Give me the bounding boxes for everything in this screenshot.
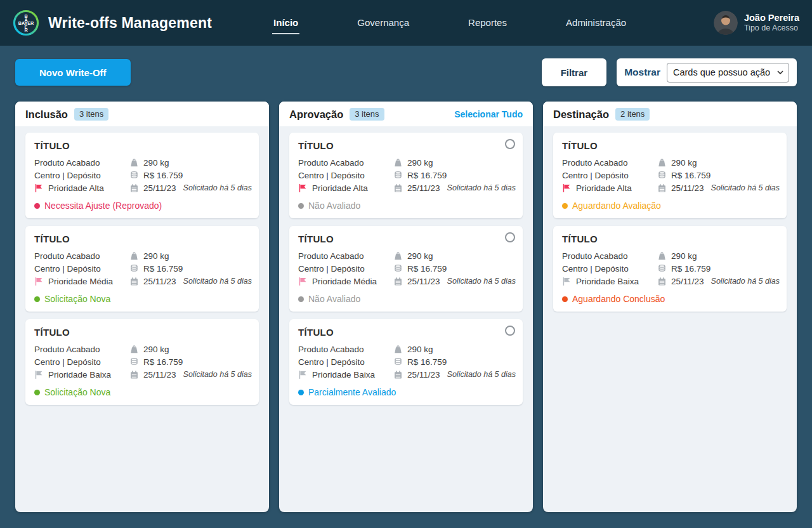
card-date: 25/11/23Solicitado há 5 dias [129, 368, 252, 381]
card-product: Produto Acabado [298, 156, 393, 169]
status-label: Solicitação Nova [44, 294, 110, 304]
flag-icon [34, 183, 44, 193]
card-product: Produto Acabado [34, 156, 129, 169]
card-details-right: 290 kgR$ 16.75925/11/23Solicitado há 5 d… [657, 156, 780, 194]
card-value: R$ 16.759 [393, 355, 516, 368]
nav-item-3[interactable]: Administração [565, 12, 627, 34]
card-date: 25/11/23Solicitado há 5 dias [393, 275, 516, 287]
user-menu[interactable]: João Pereira Tipo de Acesso [714, 11, 799, 35]
card-priority-label: Prioridade Média [48, 277, 113, 286]
card-requested: Solicitado há 5 dias [183, 183, 252, 192]
card-product: Produto Acabado [298, 249, 393, 262]
filter-button[interactable]: Filtrar [542, 58, 607, 86]
card-title: TÍTULO [34, 234, 250, 244]
board-column-aprovacao: Aprovação3 itensSelecionar TudoTÍTULOPro… [279, 102, 533, 512]
card-priority: Prioridade Baixa [562, 275, 657, 287]
column-count-badge: 2 itens [615, 108, 650, 121]
board-column-destinacao: Destinação2 itensTÍTULOProduto AcabadoCe… [543, 102, 797, 512]
card-requested: Solicitado há 5 dias [183, 277, 252, 286]
card-priority-label: Prioridade Baixa [312, 370, 375, 380]
card-status: Não Avaliado [298, 294, 514, 304]
card-select-radio[interactable] [505, 232, 515, 242]
card-product-label: Produto Acabado [298, 251, 364, 261]
select-all-link[interactable]: Selecionar Tudo [454, 109, 523, 119]
card-requested: Solicitado há 5 dias [447, 370, 516, 379]
card-date: 25/11/23Solicitado há 5 dias [129, 275, 252, 287]
user-name: João Pereira [744, 12, 799, 23]
writeoff-card[interactable]: TÍTULOProduto AcabadoCentro | DepósitoPr… [25, 133, 259, 218]
kanban-board: Inclusão3 itensTÍTULOProduto AcabadoCent… [0, 86, 812, 512]
column-count-badge: 3 itens [74, 108, 108, 121]
card-date: 25/11/23Solicitado há 5 dias [393, 368, 516, 381]
card-title: TÍTULO [298, 327, 514, 338]
show-select[interactable]: Cards que possuo ação [667, 63, 789, 82]
card-details-right: 290 kgR$ 16.75925/11/23Solicitado há 5 d… [393, 249, 516, 287]
card-title: TÍTULO [562, 234, 778, 244]
column-body-inclusao: TÍTULOProduto AcabadoCentro | DepósitoPr… [15, 126, 269, 411]
writeoff-card[interactable]: TÍTULOProduto AcabadoCentro | DepósitoPr… [289, 319, 523, 405]
card-details-right: 290 kgR$ 16.75925/11/23Solicitado há 5 d… [393, 156, 516, 194]
card-details-left: Produto AcabadoCentro | DepósitoPriorida… [562, 249, 657, 287]
card-location: Centro | Depósito [34, 355, 129, 368]
card-value: R$ 16.759 [129, 262, 252, 275]
column-body-aprovacao: TÍTULOProduto AcabadoCentro | DepósitoPr… [279, 126, 533, 411]
card-details-right: 290 kgR$ 16.75925/11/23Solicitado há 5 d… [129, 343, 252, 381]
status-dot-icon [298, 203, 304, 209]
user-avatar[interactable] [714, 11, 738, 35]
card-weight-label: 290 kg [407, 158, 433, 168]
main-nav: InícioGovernançaReportesAdministração [272, 12, 627, 34]
status-label: Aguardando Avaliação [572, 201, 661, 211]
card-details: Produto AcabadoCentro | DepósitoPriorida… [298, 156, 514, 194]
card-weight-label: 290 kg [407, 345, 433, 354]
card-select-radio[interactable] [505, 139, 515, 149]
card-location-label: Centro | Depósito [34, 171, 101, 180]
column-header-aprovacao: Aprovação3 itensSelecionar Tudo [279, 102, 533, 126]
card-weight: 290 kg [129, 343, 252, 355]
flag-icon [562, 183, 572, 193]
new-writeoff-button[interactable]: Novo Write-Off [15, 59, 131, 86]
card-product-label: Produto Acabado [34, 158, 100, 168]
calendar-icon [393, 277, 403, 286]
status-label: Solicitação Nova [44, 387, 110, 397]
calendar-icon [393, 370, 403, 380]
card-details: Produto AcabadoCentro | DepósitoPriorida… [34, 249, 250, 287]
card-weight-label: 290 kg [671, 158, 697, 168]
calendar-icon [129, 277, 139, 286]
nav-item-1[interactable]: Governança [356, 12, 410, 34]
card-location: Centro | Depósito [298, 262, 393, 275]
column-header-inclusao: Inclusão3 itens [15, 102, 269, 126]
nav-item-0[interactable]: Início [272, 12, 299, 34]
card-value: R$ 16.759 [129, 169, 252, 182]
card-weight-label: 290 kg [407, 251, 433, 261]
card-value: R$ 16.759 [657, 262, 780, 275]
card-product: Produto Acabado [562, 249, 657, 262]
card-title: TÍTULO [562, 140, 778, 151]
writeoff-card[interactable]: TÍTULOProduto AcabadoCentro | DepósitoPr… [289, 226, 523, 312]
writeoff-card[interactable]: TÍTULOProduto AcabadoCentro | DepósitoPr… [553, 226, 787, 312]
toolbar: Novo Write-Off Filtrar Mostrar Cards que… [0, 46, 812, 86]
card-weight-label: 290 kg [143, 251, 169, 261]
card-weight: 290 kg [657, 156, 780, 169]
card-status: Necessita Ajuste (Reprovado) [34, 201, 250, 211]
flag-icon [562, 277, 572, 286]
card-weight-label: 290 kg [143, 158, 169, 168]
card-status: Não Avaliado [298, 201, 514, 211]
card-requested: Solicitado há 5 dias [183, 370, 252, 379]
user-info: João Pereira Tipo de Acesso [744, 12, 799, 34]
writeoff-card[interactable]: TÍTULOProduto AcabadoCentro | DepósitoPr… [553, 133, 787, 218]
card-product: Produto Acabado [34, 343, 129, 355]
coins-icon [657, 171, 667, 180]
card-value-label: R$ 16.759 [143, 357, 183, 367]
card-value-label: R$ 16.759 [671, 264, 710, 274]
nav-item-2[interactable]: Reportes [467, 12, 508, 34]
writeoff-card[interactable]: TÍTULOProduto AcabadoCentro | DepósitoPr… [25, 226, 259, 312]
card-product-label: Produto Acabado [298, 345, 364, 354]
card-priority: Prioridade Média [34, 275, 129, 287]
card-location: Centro | Depósito [562, 169, 657, 182]
writeoff-card[interactable]: TÍTULOProduto AcabadoCentro | DepósitoPr… [289, 133, 523, 218]
card-date-label: 25/11/23 [407, 183, 440, 193]
writeoff-card[interactable]: TÍTULOProduto AcabadoCentro | DepósitoPr… [25, 319, 259, 405]
card-weight: 290 kg [393, 249, 516, 262]
card-select-radio[interactable] [505, 326, 515, 336]
card-priority: Prioridade Baixa [298, 368, 393, 381]
